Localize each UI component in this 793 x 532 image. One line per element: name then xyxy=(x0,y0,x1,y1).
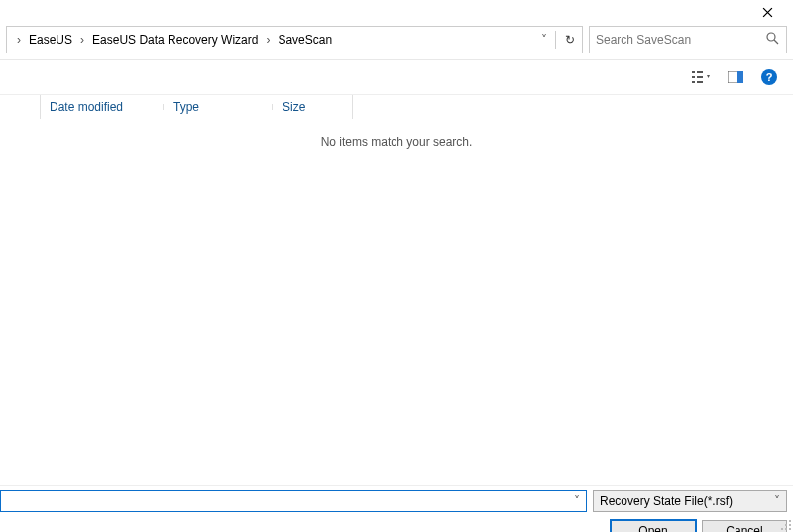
filename-row: ˅ Recovery State File(*.rsf) ˅ xyxy=(0,486,793,518)
search-placeholder: Search SaveScan xyxy=(596,33,766,47)
chevron-right-icon: › xyxy=(11,33,27,47)
resize-grip[interactable] xyxy=(780,519,792,531)
help-icon: ? xyxy=(761,69,777,85)
column-size[interactable]: Size xyxy=(273,100,352,114)
breadcrumb[interactable]: › EaseUS › EaseUS Data Recovery Wizard ›… xyxy=(6,26,583,53)
filetype-select[interactable]: Recovery State File(*.rsf) ˅ xyxy=(593,490,787,512)
chevron-right-icon: › xyxy=(260,33,276,47)
file-list-area: Date modified Type Size No items match y… xyxy=(0,94,793,486)
titlebar xyxy=(0,0,793,24)
svg-rect-3 xyxy=(697,71,703,73)
filename-dropdown[interactable]: ˅ xyxy=(568,494,586,508)
close-icon[interactable] xyxy=(747,0,787,24)
toolbar: ? xyxy=(0,60,793,94)
breadcrumb-item[interactable]: EaseUS xyxy=(27,33,74,47)
preview-pane-button[interactable] xyxy=(722,66,749,88)
help-button[interactable]: ? xyxy=(755,66,783,88)
filename-input[interactable]: ˅ xyxy=(0,490,587,512)
open-button[interactable]: Open xyxy=(611,520,696,532)
svg-rect-5 xyxy=(697,76,703,78)
breadcrumb-dropdown[interactable]: ˅ xyxy=(535,33,553,47)
svg-rect-9 xyxy=(737,71,743,83)
refresh-icon[interactable]: ↻ xyxy=(558,33,582,47)
svg-rect-7 xyxy=(697,81,703,83)
search-input[interactable]: Search SaveScan xyxy=(589,26,787,53)
button-row: Open Cancel xyxy=(0,518,793,532)
svg-rect-6 xyxy=(692,81,695,83)
svg-line-1 xyxy=(774,40,778,44)
view-options-button[interactable] xyxy=(688,66,716,88)
empty-message: No items match your search. xyxy=(0,135,793,149)
column-date-modified[interactable]: Date modified xyxy=(40,100,164,114)
svg-rect-4 xyxy=(692,76,695,78)
svg-point-0 xyxy=(767,33,775,41)
breadcrumb-item[interactable]: EaseUS Data Recovery Wizard xyxy=(90,33,260,47)
divider xyxy=(555,31,556,49)
address-row: › EaseUS › EaseUS Data Recovery Wizard ›… xyxy=(6,26,787,53)
filetype-label: Recovery State File(*.rsf) xyxy=(600,494,733,508)
cancel-button[interactable]: Cancel xyxy=(702,520,787,532)
search-icon xyxy=(766,32,780,48)
svg-rect-2 xyxy=(692,71,695,73)
chevron-down-icon: ˅ xyxy=(768,494,786,508)
column-divider xyxy=(352,95,353,119)
column-type[interactable]: Type xyxy=(164,100,273,114)
breadcrumb-item[interactable]: SaveScan xyxy=(276,33,334,47)
column-headers: Date modified Type Size xyxy=(40,95,352,119)
chevron-right-icon: › xyxy=(74,33,90,47)
